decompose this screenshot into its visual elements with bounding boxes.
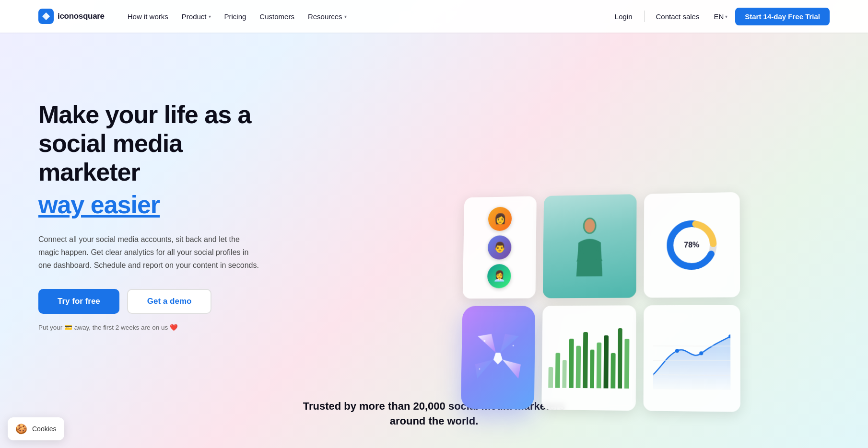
wave-chart-card <box>644 305 740 412</box>
logo-link[interactable]: iconosquare <box>38 9 105 24</box>
chart-bar <box>624 339 629 389</box>
svg-marker-11 <box>493 353 503 365</box>
login-button[interactable]: Login <box>608 9 639 24</box>
language-selector[interactable]: EN ▾ <box>709 9 732 24</box>
svg-marker-10 <box>502 359 521 379</box>
nav-item-customers[interactable]: Customers <box>254 9 300 24</box>
nav-item-pricing[interactable]: Pricing <box>219 9 252 24</box>
profile-avatars-card: 👩 👨 👩‍💼 <box>463 196 537 299</box>
hero-description: Connect all your social media accounts, … <box>38 233 259 272</box>
chart-bar <box>576 346 581 388</box>
bar-chart <box>548 312 629 389</box>
svg-marker-8 <box>500 334 519 353</box>
hero-text: Make your life as a social media markete… <box>38 101 288 331</box>
chart-bar <box>569 339 574 388</box>
person-illustration <box>571 216 609 277</box>
cookies-label: Cookies <box>32 425 57 433</box>
chart-bar <box>583 332 587 388</box>
chevron-down-icon: ▾ <box>344 14 347 19</box>
try-free-button[interactable]: Try for free <box>38 289 119 314</box>
chart-bar <box>562 360 567 388</box>
photo-card <box>543 194 637 298</box>
hero-buttons: Try for free Get a demo <box>38 289 288 314</box>
avatar-3: 👩‍💼 <box>487 264 511 288</box>
avatar-2: 👨 <box>488 235 512 260</box>
get-demo-button[interactable]: Get a demo <box>127 289 212 314</box>
donut-chart: 78% <box>663 216 720 274</box>
bar-chart-card <box>541 305 636 411</box>
chart-bar <box>610 353 615 388</box>
nav-item-resources[interactable]: Resources ▾ <box>302 9 352 24</box>
nav-divider <box>644 11 645 22</box>
svg-text:78%: 78% <box>684 241 699 249</box>
svg-point-18 <box>675 349 679 353</box>
hero-title: Make your life as a social media markete… <box>38 101 288 186</box>
lang-chevron-icon: ▾ <box>725 14 727 19</box>
nav-item-product[interactable]: Product ▾ <box>176 9 217 24</box>
chart-bar <box>597 342 601 388</box>
navbar: iconosquare How it works Product ▾ Prici… <box>0 0 868 33</box>
hero-title-accent: way easier <box>38 191 288 219</box>
hero-content: Make your life as a social media markete… <box>0 33 868 390</box>
contact-sales-button[interactable]: Contact sales <box>649 9 706 24</box>
dashboard-grid: 👩 👨 👩‍💼 <box>460 189 868 448</box>
svg-marker-9 <box>475 359 493 378</box>
nav-item-how-it-works[interactable]: How it works <box>122 9 174 24</box>
chart-bar <box>555 353 560 388</box>
logo-crystal-card <box>461 306 535 410</box>
chart-bar <box>618 328 622 388</box>
logo-text: iconosquare <box>58 11 105 21</box>
chart-bar <box>548 367 553 388</box>
svg-marker-7 <box>478 334 496 353</box>
avatar-1: 👩 <box>488 207 512 231</box>
hero-subtext: Put your 💳 away, the first 2 weeks are o… <box>38 323 288 331</box>
metrics-card: 78% <box>644 192 740 298</box>
cookies-banner[interactable]: 🍪 Cookies <box>8 417 64 440</box>
cookie-icon: 🍪 <box>15 423 27 435</box>
hero-section: Make your life as a social media markete… <box>0 0 868 448</box>
svg-point-13 <box>513 345 514 346</box>
chevron-down-icon: ▾ <box>209 14 211 19</box>
nav-links: How it works Product ▾ Pricing Customers… <box>122 9 608 24</box>
chart-bar <box>604 335 609 389</box>
logo-icon <box>38 9 54 24</box>
wave-chart <box>653 327 731 390</box>
crystal-logo <box>472 332 523 383</box>
chart-bar <box>590 349 595 388</box>
nav-right: Login Contact sales EN ▾ Start 14-day Fr… <box>608 8 830 25</box>
start-trial-button[interactable]: Start 14-day Free Trial <box>735 8 830 25</box>
